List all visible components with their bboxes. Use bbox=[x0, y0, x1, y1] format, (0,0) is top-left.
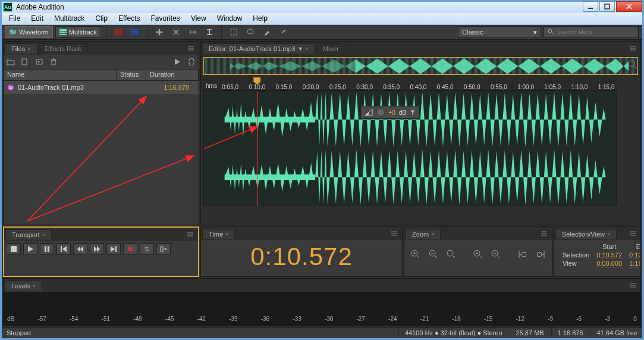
tab-close-icon[interactable]: × bbox=[225, 231, 228, 237]
playhead[interactable] bbox=[257, 91, 258, 206]
tab-time[interactable]: Time× bbox=[202, 229, 235, 239]
spectral-pitch-button[interactable] bbox=[128, 26, 142, 38]
play-button[interactable] bbox=[23, 243, 37, 255]
minimize-button[interactable] bbox=[583, 1, 598, 12]
tab-files[interactable]: Files× bbox=[5, 43, 37, 53]
menu-view[interactable]: View bbox=[186, 13, 211, 24]
view-waveform-button[interactable]: Waveform bbox=[5, 26, 53, 38]
menu-window[interactable]: Window bbox=[212, 13, 247, 24]
view-start-value[interactable]: 0:00.000 bbox=[593, 259, 626, 267]
go-to-end-button[interactable] bbox=[106, 243, 121, 255]
menu-favorites[interactable]: Favorites bbox=[146, 13, 185, 24]
menu-multitrack[interactable]: Multitrack bbox=[49, 13, 89, 24]
zoom-to-out-button[interactable] bbox=[534, 247, 547, 262]
view-multitrack-button[interactable]: Multitrack bbox=[55, 26, 101, 38]
fast-forward-button[interactable] bbox=[90, 243, 104, 255]
open-file-button[interactable] bbox=[6, 57, 15, 67]
chevron-down-icon[interactable]: ▼ bbox=[298, 46, 303, 52]
transport-panel: Transport× bbox=[3, 226, 199, 277]
tab-selection-view[interactable]: Selection/View× bbox=[555, 229, 617, 239]
heal-tool-button[interactable] bbox=[277, 26, 291, 38]
tab-close-icon[interactable]: × bbox=[42, 232, 45, 238]
pause-button[interactable] bbox=[40, 243, 54, 255]
search-icon bbox=[548, 29, 554, 36]
tab-effects-rack[interactable]: Effects Rack bbox=[39, 43, 89, 53]
tab-mixer[interactable]: Mixer bbox=[316, 43, 345, 53]
menu-help[interactable]: Help bbox=[248, 13, 272, 24]
app-icon: Au bbox=[3, 2, 12, 12]
lasso-tool-button[interactable] bbox=[243, 26, 257, 38]
overview-waveform[interactable] bbox=[203, 57, 638, 75]
razor-tool-button[interactable] bbox=[169, 26, 183, 38]
help-search-field[interactable] bbox=[544, 26, 639, 38]
files-col-status[interactable]: Status bbox=[117, 70, 146, 80]
time-ruler[interactable]: hms 0:05,0 0:10,0 0:15,0 0:20,0 0:25,0 0… bbox=[203, 77, 617, 90]
menu-edit[interactable]: Edit bbox=[26, 13, 48, 24]
preview-loop-button[interactable] bbox=[187, 57, 196, 67]
panel-menu-button[interactable] bbox=[186, 230, 194, 238]
zoom-fit-button[interactable] bbox=[627, 59, 637, 71]
pin-icon[interactable] bbox=[410, 109, 416, 115]
marquee-tool-button[interactable] bbox=[227, 26, 241, 38]
loop-button[interactable] bbox=[140, 243, 154, 255]
move-tool-button[interactable] bbox=[152, 26, 167, 38]
preview-play-button[interactable] bbox=[172, 57, 182, 67]
zoom-to-in-button[interactable] bbox=[516, 247, 529, 262]
panel-menu-button[interactable] bbox=[390, 229, 398, 238]
menu-clip[interactable]: Clip bbox=[90, 13, 112, 24]
tab-close-icon[interactable]: × bbox=[306, 46, 309, 52]
panel-menu-button[interactable] bbox=[629, 44, 637, 52]
tab-transport[interactable]: Transport× bbox=[5, 229, 52, 240]
gain-knob[interactable] bbox=[376, 108, 385, 117]
skip-selection-button[interactable] bbox=[156, 243, 171, 255]
delete-button[interactable] bbox=[49, 57, 58, 67]
file-row[interactable]: ♒ 01-AudioTrack 01.mp3 1:16.878 bbox=[4, 81, 199, 94]
zoom-out-h-button[interactable] bbox=[427, 247, 440, 262]
view-end-value[interactable]: 1:16.878 bbox=[626, 259, 640, 267]
tab-close-icon[interactable]: × bbox=[607, 231, 610, 237]
zoom-in-v-button[interactable] bbox=[472, 247, 485, 262]
workspace-dropdown[interactable]: Classic ▾ bbox=[458, 26, 541, 38]
panel-menu-button[interactable] bbox=[187, 44, 195, 52]
panel-menu-button[interactable] bbox=[629, 281, 637, 289]
zoom-out-v-button[interactable] bbox=[489, 247, 502, 262]
waveform-display[interactable]: dB -∞ - L dB -∞ - R bbox=[203, 90, 617, 206]
sel-col-end: End bbox=[626, 243, 640, 251]
go-to-start-button[interactable] bbox=[56, 243, 71, 255]
files-col-name[interactable]: Name bbox=[4, 70, 117, 80]
spectral-freq-button[interactable] bbox=[111, 26, 125, 38]
import-button[interactable] bbox=[34, 57, 44, 67]
sel-start-value[interactable]: 0:10.572 bbox=[593, 251, 626, 259]
slip-tool-button[interactable] bbox=[186, 26, 200, 38]
rewind-button[interactable] bbox=[73, 243, 87, 255]
waveform-label: Waveform bbox=[19, 29, 49, 36]
menu-effects[interactable]: Effects bbox=[114, 13, 144, 24]
tab-close-icon[interactable]: × bbox=[33, 283, 36, 289]
tab-close-icon[interactable]: × bbox=[431, 231, 434, 237]
menu-file[interactable]: File bbox=[4, 13, 25, 24]
zoom-in-h-button[interactable] bbox=[409, 247, 422, 262]
close-button[interactable] bbox=[616, 1, 642, 12]
tab-zoom[interactable]: Zoom× bbox=[406, 229, 441, 239]
tab-editor[interactable]: Editor: 01-AudioTrack 01.mp3 ▼ × bbox=[202, 43, 315, 53]
stop-button[interactable] bbox=[7, 243, 21, 255]
time-panel: Time× 0:10.572 bbox=[200, 226, 403, 277]
gain-hud[interactable]: +0 dB bbox=[360, 106, 420, 119]
file-name: 01-AudioTrack 01.mp3 bbox=[18, 84, 84, 91]
panel-menu-button[interactable] bbox=[629, 229, 637, 238]
files-col-duration[interactable]: Duration bbox=[146, 70, 199, 80]
zoom-reset-button[interactable] bbox=[445, 247, 458, 262]
brush-tool-button[interactable] bbox=[260, 26, 274, 38]
tab-close-icon[interactable]: × bbox=[27, 46, 30, 52]
tab-levels[interactable]: Levels× bbox=[5, 281, 42, 291]
levels-meter[interactable]: dB -57 -54 -51 -48 -45 -42 -39 -36 -33 -… bbox=[4, 292, 640, 325]
new-file-button[interactable] bbox=[20, 57, 30, 67]
record-button[interactable] bbox=[123, 243, 137, 255]
panel-menu-button[interactable] bbox=[540, 229, 548, 238]
time-select-tool-button[interactable] bbox=[202, 26, 216, 38]
workspace-value: Classic bbox=[462, 29, 483, 36]
maximize-button[interactable] bbox=[599, 1, 615, 12]
svg-rect-20 bbox=[11, 246, 17, 252]
help-search-input[interactable] bbox=[556, 29, 634, 36]
sel-end-value[interactable]: 0:10.572 bbox=[626, 251, 640, 259]
